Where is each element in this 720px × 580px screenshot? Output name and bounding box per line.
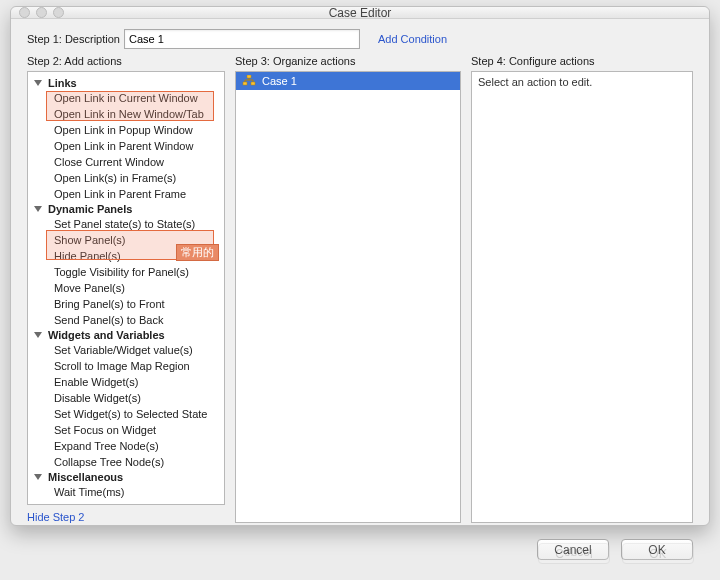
action-item[interactable]: Collapse Tree Node(s) <box>28 454 224 470</box>
group-label: Miscellaneous <box>48 471 123 483</box>
content-area: Step 1: Description Add Condition Step 2… <box>11 19 709 533</box>
annotation-badge: 常用的 <box>176 244 219 261</box>
group-label: Widgets and Variables <box>48 329 165 341</box>
action-item[interactable]: Toggle Visibility for Panel(s) <box>28 264 224 280</box>
chevron-down-icon <box>34 206 42 212</box>
actions-tree: Links Open Link in Current Window Open L… <box>28 76 224 500</box>
action-item[interactable]: Set Panel state(s) to State(s) <box>28 216 224 232</box>
action-item[interactable]: Move Panel(s) <box>28 280 224 296</box>
action-item[interactable]: Open Link in Parent Window <box>28 138 224 154</box>
group-header-links[interactable]: Links <box>28 76 224 90</box>
svg-rect-0 <box>247 75 251 78</box>
chevron-down-icon <box>34 80 42 86</box>
action-item[interactable]: Bring Panel(s) to Front <box>28 296 224 312</box>
action-item[interactable]: Set Variable/Widget value(s) <box>28 342 224 358</box>
case-row[interactable]: Case 1 <box>236 72 460 90</box>
action-item[interactable]: Expand Tree Node(s) <box>28 438 224 454</box>
action-item[interactable]: Open Link(s) in Frame(s) <box>28 170 224 186</box>
reflection-decoration: Cancel OK Hide Step 2 <box>10 526 710 578</box>
action-item[interactable]: Set Widget(s) to Selected State <box>28 406 224 422</box>
group-dynamic-panels: Dynamic Panels Set Panel state(s) to Sta… <box>28 202 224 328</box>
group-label: Dynamic Panels <box>48 203 132 215</box>
action-item[interactable]: Send Panel(s) to Back <box>28 312 224 328</box>
action-item[interactable]: Enable Widget(s) <box>28 374 224 390</box>
cancel-button-reflection: Cancel <box>538 543 610 564</box>
action-item[interactable]: Open Link in New Window/Tab <box>28 106 224 122</box>
description-input[interactable] <box>124 29 360 49</box>
organize-panel: Case 1 <box>235 71 461 523</box>
hide-step2-reflection: Hide Step 2 <box>10 526 710 529</box>
step4-column: Step 4: Configure actions Select an acti… <box>471 55 693 523</box>
action-item[interactable]: Open Link in Parent Frame <box>28 186 224 202</box>
action-item[interactable]: Disable Widget(s) <box>28 390 224 406</box>
step4-label: Step 4: Configure actions <box>471 55 693 67</box>
columns: Step 2: Add actions Links Open Link in C… <box>27 55 693 523</box>
case-editor-window: Case Editor Step 1: Description Add Cond… <box>10 6 710 526</box>
action-item[interactable]: Set Focus on Widget <box>28 422 224 438</box>
action-item[interactable]: Open Link in Popup Window <box>28 122 224 138</box>
group-header-widgets-variables[interactable]: Widgets and Variables <box>28 328 224 342</box>
action-item[interactable]: Wait Time(ms) <box>28 484 224 500</box>
titlebar: Case Editor <box>11 7 709 19</box>
configure-instruction: Select an action to edit. <box>478 76 686 88</box>
chevron-down-icon <box>34 332 42 338</box>
step3-label: Step 3: Organize actions <box>235 55 461 67</box>
step3-column: Step 3: Organize actions Case 1 <box>235 55 461 523</box>
hide-step2-link[interactable]: Hide Step 2 <box>27 511 225 523</box>
group-header-dynamic-panels[interactable]: Dynamic Panels <box>28 202 224 216</box>
group-widgets-variables: Widgets and Variables Set Variable/Widge… <box>28 328 224 470</box>
step2-column: Step 2: Add actions Links Open Link in C… <box>27 55 225 523</box>
case-label: Case 1 <box>262 75 297 87</box>
chevron-down-icon <box>34 474 42 480</box>
ok-button-reflection: OK <box>622 543 694 564</box>
step2-label: Step 2: Add actions <box>27 55 225 67</box>
action-item[interactable]: Close Current Window <box>28 154 224 170</box>
actions-tree-panel: Links Open Link in Current Window Open L… <box>27 71 225 505</box>
svg-rect-1 <box>243 82 247 85</box>
action-item[interactable]: Open Link in Current Window <box>28 90 224 106</box>
svg-rect-2 <box>251 82 255 85</box>
group-links: Links Open Link in Current Window Open L… <box>28 76 224 202</box>
step1-label: Step 1: Description <box>27 33 120 45</box>
configure-panel: Select an action to edit. <box>471 71 693 523</box>
group-label: Links <box>48 77 77 89</box>
group-header-miscellaneous[interactable]: Miscellaneous <box>28 470 224 484</box>
step1-row: Step 1: Description Add Condition <box>27 29 693 49</box>
window-title: Case Editor <box>11 6 709 20</box>
action-item[interactable]: Scroll to Image Map Region <box>28 358 224 374</box>
add-condition-link[interactable]: Add Condition <box>378 33 447 45</box>
group-miscellaneous: Miscellaneous Wait Time(ms) <box>28 470 224 500</box>
case-icon <box>242 75 256 87</box>
